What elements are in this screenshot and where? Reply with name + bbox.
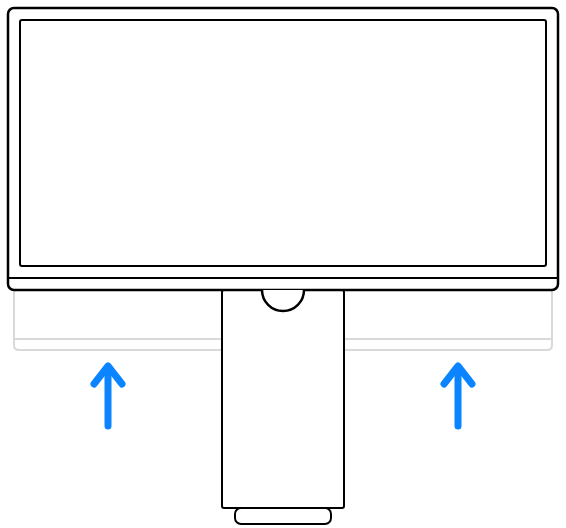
monitor-body <box>8 8 558 290</box>
height-adjust-diagram: raise raise <box>0 0 566 528</box>
svg-rect-1 <box>235 508 331 524</box>
diagram-svg: raise raise <box>0 0 566 528</box>
stand-neck <box>222 290 344 508</box>
stand-base <box>235 508 331 524</box>
svg-rect-4 <box>20 20 546 266</box>
svg-rect-0 <box>222 290 344 508</box>
arrow-up-right: raise <box>444 366 472 426</box>
arrow-up-left: raise <box>94 366 122 426</box>
